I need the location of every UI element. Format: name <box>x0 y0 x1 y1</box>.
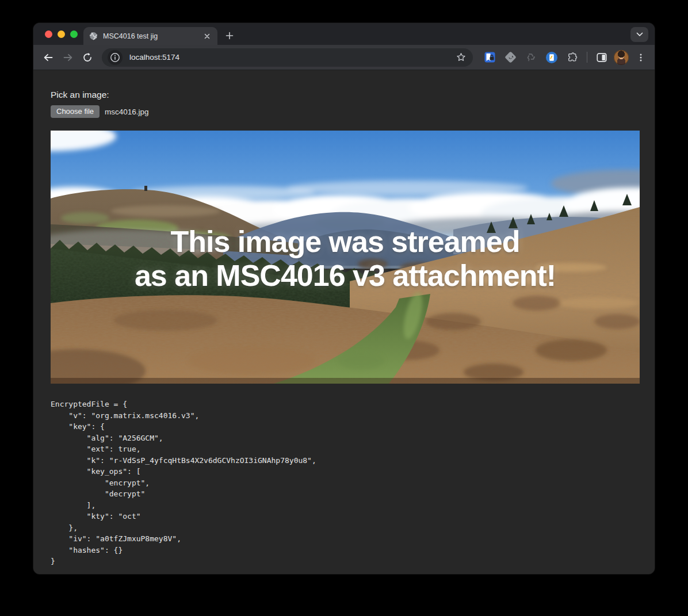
browser-tab[interactable]: MSC4016 test jig <box>83 27 217 45</box>
docs-extension-icon[interactable] <box>543 49 560 66</box>
pick-image-label: Pick an image: <box>51 90 640 100</box>
caption-line-1: This image was streamed <box>51 225 640 259</box>
close-window-button[interactable] <box>45 30 52 38</box>
back-button[interactable] <box>39 48 58 67</box>
extensions-row <box>481 49 649 66</box>
tab-search-button[interactable] <box>630 27 648 42</box>
choose-file-button[interactable]: Choose file <box>51 105 100 118</box>
browser-window: MSC4016 test jig <box>33 23 655 574</box>
desktop: MSC4016 test jig <box>0 0 688 616</box>
tab-close-icon[interactable] <box>202 31 212 41</box>
streamed-image: This image was streamed as an MSC4016 v3… <box>51 131 640 384</box>
browser-toolbar: localhost:5174 <box>33 45 655 70</box>
minimize-window-button[interactable] <box>58 30 65 38</box>
traffic-lights <box>45 30 78 38</box>
new-tab-button[interactable] <box>221 28 238 44</box>
reload-button[interactable] <box>78 48 97 67</box>
globe-icon <box>89 32 98 40</box>
profile-avatar[interactable] <box>614 50 629 65</box>
selected-filename: msc4016.jpg <box>105 108 149 116</box>
extensions-puzzle-icon[interactable] <box>564 49 581 66</box>
encrypted-file-json: EncryptedFile = { "v": "org.matrix.msc40… <box>51 399 640 567</box>
kebab-menu-icon[interactable] <box>632 49 649 66</box>
forward-button[interactable] <box>58 48 78 67</box>
bookmark-star-icon[interactable] <box>452 49 469 66</box>
tab-title: MSC4016 test jig <box>103 32 202 40</box>
address-bar[interactable]: localhost:5174 <box>102 48 473 67</box>
password-lock-extension-icon[interactable] <box>481 49 498 66</box>
url-text[interactable]: localhost:5174 <box>129 53 452 62</box>
toolbar-separator <box>587 52 587 63</box>
maximize-window-button[interactable] <box>70 30 78 38</box>
site-info-icon[interactable] <box>106 49 124 66</box>
file-input[interactable]: Choose file msc4016.jpg <box>51 105 640 118</box>
tab-strip: MSC4016 test jig <box>33 23 655 45</box>
diamond-extension-icon[interactable] <box>502 49 519 66</box>
page-content: Pick an image: Choose file msc4016.jpg <box>33 70 655 574</box>
recycle-extension-icon[interactable] <box>522 49 540 66</box>
caption-line-2: as an MSC4016 v3 attachment! <box>51 259 640 293</box>
image-caption: This image was streamed as an MSC4016 v3… <box>51 225 640 293</box>
side-panel-icon[interactable] <box>593 49 610 66</box>
